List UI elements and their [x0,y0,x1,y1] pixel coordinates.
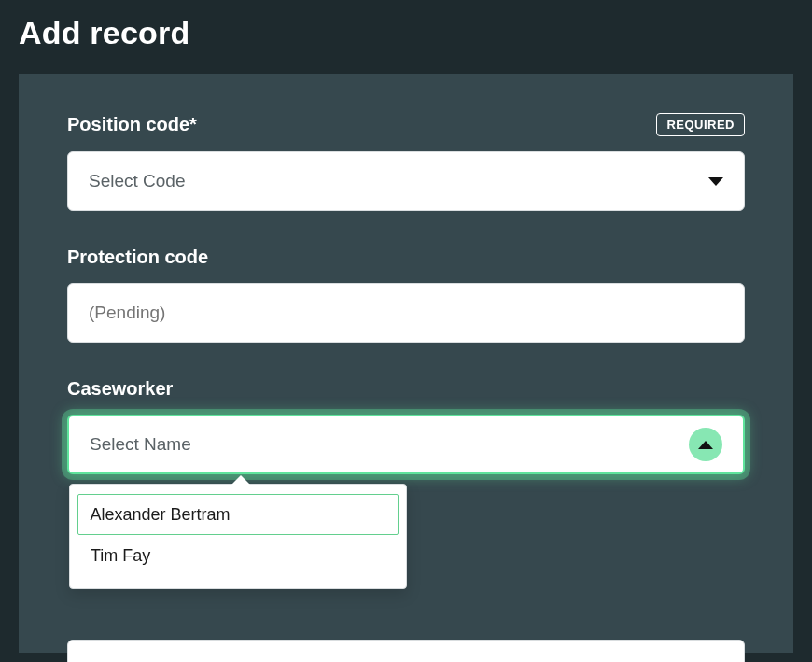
caret-up-button[interactable] [689,428,722,461]
caret-up-icon [698,441,713,449]
caseworker-label: Caseworker [67,378,173,400]
protection-code-input[interactable] [67,283,745,343]
form-panel: Position code* REQUIRED Select Code Prot… [19,74,793,653]
field-caseworker: Caseworker Select Name Alexander Bertram… [67,378,745,474]
page-title: Add record [19,0,793,74]
caret-down-icon [708,177,723,186]
required-badge: REQUIRED [656,113,745,136]
obscured-select[interactable] [67,640,745,662]
position-code-label: Position code* [67,114,197,135]
caseworker-dropdown-menu: Alexander Bertram Tim Fay [69,484,407,589]
protection-code-label: Protection code [67,246,208,268]
field-header: Caseworker [67,378,745,400]
position-code-placeholder: Select Code [89,171,186,191]
field-position-code: Position code* REQUIRED Select Code [67,113,745,211]
caseworker-option[interactable]: Tim Fay [77,535,399,577]
caseworker-select[interactable]: Select Name Alexander Bertram Tim Fay [67,415,745,474]
caseworker-option[interactable]: Alexander Bertram [77,494,399,535]
position-code-select[interactable]: Select Code [67,151,745,211]
field-header: Position code* REQUIRED [67,113,745,136]
field-protection-code: Protection code [67,246,745,343]
field-header: Protection code [67,246,745,268]
caseworker-placeholder: Select Name [90,434,191,455]
